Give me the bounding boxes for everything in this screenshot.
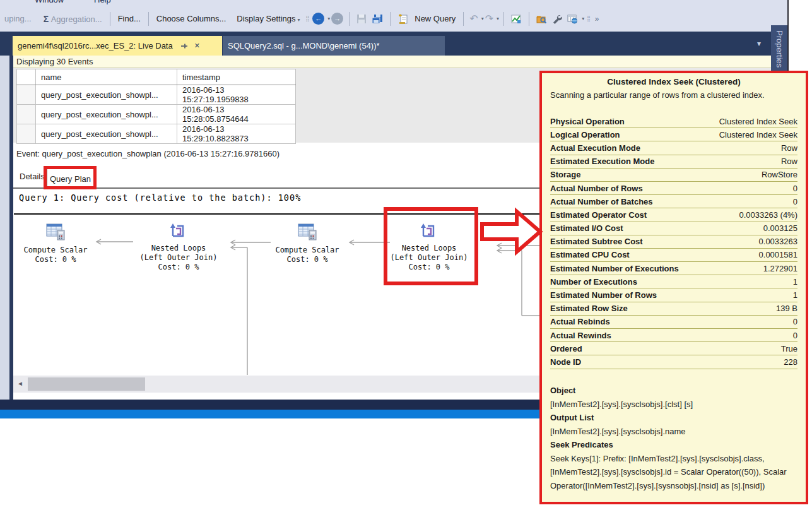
grid-header-row: name timestamp [17,69,296,85]
node-title: Nested Loops [126,244,232,253]
property-value: 0.003125 [763,223,797,233]
tooltip-row: Estimated Number of Rows1 [550,288,797,302]
cell-name[interactable]: query_post_execution_showpl... [36,124,177,144]
table-view-dropdown-icon[interactable]: ▾ [582,16,584,21]
toolbar-separator [148,12,149,26]
tooltip-row: Physical OperationClustered Index Seek [550,115,797,128]
grid-corner-cell[interactable] [17,69,36,85]
tooltip-row: Actual Rewinds0 [550,329,797,342]
tooltip-row: Logical OperationClustered Index Seek [550,128,797,141]
close-icon[interactable]: ✕ [194,42,200,50]
undo-dropdown-icon[interactable]: ▾ [481,16,484,21]
tooltip-row: Estimated Number of Executions1.272901 [550,262,797,275]
choose-columns-button[interactable]: Choose Columns... [156,14,227,23]
compute-scalar-icon[interactable] [297,222,317,241]
event-detail-header: Event: query_post_execution_showplan (20… [16,149,279,158]
property-label: Number of Executions [550,277,637,287]
compute-scalar-icon[interactable] [45,222,66,241]
toolbar-separator [463,12,464,26]
toolbar-separator [529,12,529,26]
scroll-left-icon[interactable]: ◄ [17,380,23,387]
cell-timestamp[interactable]: 2016-06-13 15:28:05.8754644 [177,105,296,124]
annotation-box-query-plan-tab [44,166,97,189]
grouping-button[interactable]: uping... [4,14,32,23]
events-status-bar: Displaying 30 Events [13,56,787,68]
back-dropdown-icon[interactable]: ▾ [327,16,330,21]
pin-icon[interactable] [180,42,188,50]
plan-node-nested-loops-1[interactable]: Nested Loops (Left Outer Join) Cost: 0 % [126,244,232,272]
table-row[interactable]: query_post_execution_showpl... 2016-06-1… [17,105,296,124]
node-cost: Cost: 0 % [262,255,353,264]
column-header-name[interactable]: name [36,69,177,85]
find-in-files-button[interactable] [536,14,547,24]
property-label: Estimated Row Size [550,304,628,313]
section-header-seek-predicates: Seek Predicates [550,438,797,452]
tooltip-row: Estimated Subtree Cost0.0033263 [550,235,797,249]
property-value: 139 B [776,304,797,313]
toolbar-grip[interactable]: ⁞⁞ [587,15,590,23]
options-button[interactable] [552,14,562,24]
toolbar: uping... Σ Aggregation... Find... Choose… [0,6,787,32]
tooltip-row: StorageRowStore [550,169,797,182]
cell-name[interactable]: query_post_execution_showpl... [36,105,177,124]
toolbar-grip[interactable]: ⁞⁞ [306,15,309,23]
new-query-button[interactable]: New Query [415,14,456,23]
execution-plan-button[interactable] [511,14,522,24]
property-label: Actual Number of Batches [550,197,653,206]
navigate-back-button[interactable]: ← [312,13,324,25]
section-text-object: [InMemTest2].[sys].[sysclsobjs].[clst] [… [550,398,797,412]
chevron-down-icon: ▾ [298,17,300,23]
section-header-output-list: Output List [550,411,797,425]
tooltip-row: Actual Number of Batches0 [550,195,797,208]
displaying-events-text: Displaying 30 Events [16,57,93,66]
property-label: Estimated Execution Mode [550,157,654,166]
menu-help[interactable]: Help [94,0,111,4]
aggregation-button[interactable]: Σ Aggregation... [44,14,102,24]
property-label: Ordered [550,344,582,353]
save-button[interactable] [356,14,367,24]
cell-name[interactable]: query_post_execution_showpl... [36,85,177,105]
property-label: Node ID [550,357,581,367]
redo-dropdown-icon[interactable]: ▾ [497,16,499,21]
menu-window[interactable]: Window [35,0,64,4]
tab-details[interactable]: Details [20,172,45,181]
tooltip-row: Estimated Execution ModeRow [550,155,797,169]
property-value: RowStore [762,170,797,179]
property-value: Clustered Index Seek [719,130,797,139]
property-value: 1 [793,290,797,300]
folder-search-icon [536,14,547,24]
plan-node-compute-scalar-1[interactable]: Compute Scalar Cost: 0 % [10,246,101,264]
table-view-button[interactable] [567,14,577,24]
plan-node-compute-scalar-2[interactable]: Compute Scalar Cost: 0 % [262,246,353,264]
undo-icon: ↶ [469,13,478,24]
display-settings-button[interactable]: Display Settings▾ [237,14,300,23]
tab-list-dropdown-icon[interactable]: ▾ [757,39,761,48]
annotation-arrow [478,205,544,259]
tab-live-data[interactable]: genemi4f\sql2016rc...xec_ES_2: Live Data… [13,36,222,56]
toolbar-separator [110,12,110,26]
grid-globe-icon [567,14,577,24]
scrollbar-thumb[interactable] [28,377,145,391]
toolbar-separator [503,12,504,26]
navigate-forward-button[interactable]: → [331,13,343,25]
property-label: Estimated Operator Cost [550,210,647,220]
table-row[interactable]: query_post_execution_showpl... 2016-06-1… [17,85,296,105]
cell-timestamp[interactable]: 2016-06-13 15:27:19.1959838 [177,85,296,105]
row-selector[interactable] [17,105,36,124]
toolbar-overflow[interactable]: » [595,15,599,23]
section-text-output-list: [InMemTest2].[sys].[sysclsobjs].name [550,425,797,439]
tab-sqlquery2[interactable]: SQLQuery2.sql - g...MOND\genemi (54))* [223,36,445,56]
column-header-timestamp[interactable]: timestamp [177,69,296,85]
property-value: Row [781,143,797,153]
redo-button[interactable]: ↷ [485,13,493,25]
undo-button[interactable]: ↶ [469,13,478,25]
save-all-button[interactable] [372,14,383,24]
property-value: Row [781,157,797,166]
row-selector[interactable] [17,85,36,105]
row-selector[interactable] [17,124,36,144]
cell-timestamp[interactable]: 2016-06-13 15:29:10.8823873 [177,124,296,144]
table-row[interactable]: query_post_execution_showpl... 2016-06-1… [17,124,296,144]
find-button[interactable]: Find... [118,14,141,23]
tooltip-row: Actual Rebinds0 [550,316,797,329]
nested-loops-icon[interactable] [168,221,187,240]
